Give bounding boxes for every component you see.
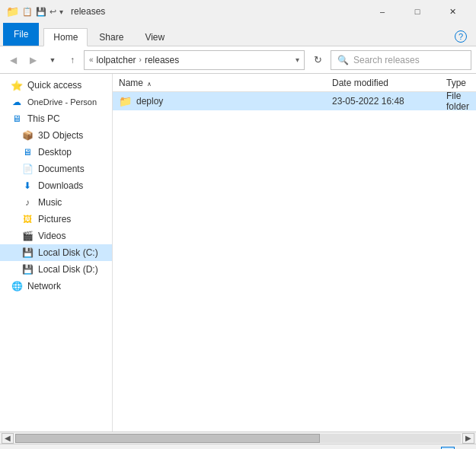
customize-icon[interactable]: ▾ bbox=[59, 8, 63, 16]
forward-button[interactable]: ▶ bbox=[24, 52, 41, 68]
quick-access-icon: ⭐ bbox=[11, 79, 23, 91]
folder-icon: 📁 bbox=[119, 95, 132, 107]
title-bar: 📁 📋 💾 ↩ ▾ releases – □ ✕ bbox=[0, 0, 476, 23]
back-button[interactable]: ◀ bbox=[5, 52, 21, 68]
tab-home[interactable]: Home bbox=[43, 28, 88, 46]
view-large-button[interactable]: ⊞ bbox=[456, 447, 470, 450]
path-dropdown-icon[interactable]: ▾ bbox=[296, 56, 299, 64]
sidebar-label-network: Network bbox=[27, 281, 61, 291]
help-icon[interactable]: ? bbox=[449, 27, 473, 46]
sidebar-item-music[interactable]: ♪ Music bbox=[0, 194, 112, 211]
sidebar-item-3dobjects[interactable]: 📦 3D Objects bbox=[0, 127, 112, 144]
music-icon: ♪ bbox=[21, 196, 34, 209]
documents-icon: 📄 bbox=[21, 163, 34, 175]
window-controls: – □ ✕ bbox=[365, 0, 470, 23]
tab-file[interactable]: File bbox=[3, 23, 39, 46]
address-bar: ◀ ▶ ▼ ↑ « lolpatcher › releases ▾ ↻ 🔍 Se… bbox=[0, 46, 476, 74]
tab-view[interactable]: View bbox=[135, 28, 174, 46]
sidebar-item-pictures[interactable]: 🖼 Pictures bbox=[0, 211, 112, 228]
onedrive-icon: ☁ bbox=[11, 96, 23, 108]
sidebar-item-quick-access[interactable]: ⭐ Quick access bbox=[0, 77, 112, 94]
sidebar-item-thispc[interactable]: 🖥 This PC bbox=[0, 110, 112, 127]
localdisk-d-icon: 💾 bbox=[21, 263, 34, 275]
file-list: Name ∧ Date modified Type 📁 deploy 23-05… bbox=[113, 74, 476, 431]
sidebar-label-documents: Documents bbox=[38, 164, 85, 174]
scroll-right-button[interactable]: ▶ bbox=[462, 433, 474, 444]
up-button[interactable]: ↑ bbox=[64, 52, 81, 68]
sidebar-label-desktop: Desktop bbox=[38, 147, 72, 158]
sidebar-item-network[interactable]: 🌐 Network bbox=[0, 278, 112, 295]
search-icon: 🔍 bbox=[337, 55, 349, 65]
ribbon-tabs: File Home Share View ? bbox=[0, 23, 476, 46]
file-date-cell: 23-05-2022 16:48 bbox=[326, 96, 440, 107]
sidebar-item-localdisk-c[interactable]: 💾 Local Disk (C:) bbox=[0, 244, 112, 261]
scroll-left-button[interactable]: ◀ bbox=[2, 433, 14, 444]
file-list-header: Name ∧ Date modified Type bbox=[113, 74, 476, 92]
thispc-icon: 🖥 bbox=[11, 113, 23, 125]
3dobjects-icon: 📦 bbox=[21, 129, 34, 142]
file-row[interactable]: 📁 deploy 23-05-2022 16:48 File folder bbox=[113, 92, 476, 110]
quick-access-icon3[interactable]: ↩ bbox=[50, 7, 56, 17]
minimize-button[interactable]: – bbox=[365, 0, 400, 23]
desktop-icon: 🖥 bbox=[21, 146, 34, 158]
status-bar: 1 item 1 item selected ☰ ⊞ bbox=[0, 444, 476, 449]
column-name[interactable]: Name ∧ bbox=[113, 78, 326, 88]
sidebar-item-downloads[interactable]: ⬇ Downloads bbox=[0, 177, 112, 194]
sidebar-item-localdisk-d[interactable]: 💾 Local Disk (D:) bbox=[0, 261, 112, 278]
column-type[interactable]: Type bbox=[440, 78, 476, 88]
view-details-button[interactable]: ☰ bbox=[441, 447, 455, 450]
pictures-icon: 🖼 bbox=[21, 213, 34, 225]
quick-access-icon2[interactable]: 💾 bbox=[36, 7, 46, 17]
path-sep1: › bbox=[139, 56, 142, 64]
close-button[interactable]: ✕ bbox=[435, 0, 470, 23]
localdisk-c-icon: 💾 bbox=[21, 247, 34, 259]
sidebar-label-quick-access: Quick access bbox=[27, 80, 81, 91]
dropdown-button[interactable]: ▼ bbox=[44, 52, 61, 68]
sidebar-label-downloads: Downloads bbox=[38, 180, 83, 191]
sidebar-label-thispc: This PC bbox=[27, 113, 60, 124]
tab-share[interactable]: Share bbox=[89, 28, 133, 46]
path-root: « bbox=[89, 56, 94, 64]
address-path[interactable]: « lolpatcher › releases ▾ bbox=[84, 50, 305, 70]
videos-icon: 🎬 bbox=[21, 230, 34, 242]
sidebar-label-onedrive: OneDrive - Person bbox=[27, 97, 97, 107]
view-controls: ☰ ⊞ bbox=[441, 447, 470, 450]
downloads-icon: ⬇ bbox=[21, 180, 34, 192]
sidebar-item-desktop[interactable]: 🖥 Desktop bbox=[0, 144, 112, 161]
ribbon: File Home Share View ? bbox=[0, 23, 476, 46]
title-bar-icons: 📁 📋 💾 ↩ ▾ bbox=[6, 5, 63, 18]
horizontal-scrollbar[interactable]: ◀ ▶ bbox=[0, 431, 476, 444]
sidebar-label-videos: Videos bbox=[38, 231, 65, 241]
scroll-track[interactable] bbox=[15, 434, 461, 443]
column-date-modified[interactable]: Date modified bbox=[326, 78, 440, 88]
sort-arrow-name: ∧ bbox=[147, 81, 152, 88]
main-content: ⭐ Quick access ☁ OneDrive - Person 🖥 Thi… bbox=[0, 74, 476, 431]
path-part2: releases bbox=[145, 55, 179, 65]
file-name: deploy bbox=[136, 96, 163, 107]
network-icon: 🌐 bbox=[11, 280, 23, 292]
sidebar-label-music: Music bbox=[38, 197, 62, 208]
sidebar-label-3dobjects: 3D Objects bbox=[38, 130, 83, 141]
maximize-button[interactable]: □ bbox=[400, 0, 435, 23]
scroll-thumb[interactable] bbox=[15, 434, 320, 443]
window-title: releases bbox=[68, 6, 360, 17]
sidebar-item-documents[interactable]: 📄 Documents bbox=[0, 161, 112, 177]
file-name-cell: 📁 deploy bbox=[113, 95, 326, 107]
sidebar-item-videos[interactable]: 🎬 Videos bbox=[0, 228, 112, 244]
path-part1: lolpatcher bbox=[97, 55, 136, 65]
quick-access-icon1[interactable]: 📋 bbox=[22, 7, 33, 17]
sidebar-label-localdisk-d: Local Disk (D:) bbox=[38, 264, 98, 275]
app-icon: 📁 bbox=[6, 5, 19, 18]
sidebar-label-localdisk-c: Local Disk (C:) bbox=[38, 247, 98, 258]
search-box[interactable]: 🔍 Search releases bbox=[331, 50, 471, 70]
sidebar-label-pictures: Pictures bbox=[38, 214, 71, 224]
refresh-button[interactable]: ↻ bbox=[308, 50, 327, 70]
sidebar: ⭐ Quick access ☁ OneDrive - Person 🖥 Thi… bbox=[0, 74, 113, 431]
sidebar-item-onedrive[interactable]: ☁ OneDrive - Person bbox=[0, 94, 112, 110]
file-type-cell: File folder bbox=[440, 91, 476, 112]
search-placeholder: Search releases bbox=[353, 55, 420, 65]
